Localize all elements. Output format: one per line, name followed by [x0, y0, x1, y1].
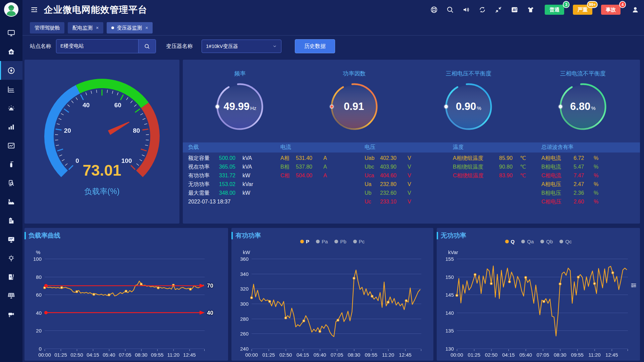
row-unit: kW — [243, 189, 253, 197]
theme-icon[interactable] — [527, 6, 535, 14]
transformer-name-label: 变压器名称 — [166, 43, 193, 50]
solar-panel-icon — [7, 292, 15, 300]
tab-配电监测[interactable]: 配电监测× — [68, 22, 103, 34]
table-group-3: A相绕组温度85.90℃B相绕组温度90.80℃C相绕组温度83.90℃ — [453, 154, 526, 180]
alarm-badges: 普通3严重99+事故4 — [545, 5, 621, 15]
row-value: 504.00 — [296, 171, 323, 180]
sidebar-item-energy[interactable] — [0, 61, 22, 80]
volume-icon[interactable] — [462, 6, 470, 14]
load-rate-gauge-panel — [24, 60, 179, 224]
factory-icon — [7, 198, 15, 206]
history-data-button[interactable]: 历史数据 — [295, 39, 335, 53]
ring-title: 三相电压不平衡度 — [446, 70, 491, 77]
legend-item-P[interactable]: P — [300, 239, 309, 244]
row-unit: A — [323, 163, 327, 171]
alarm-count-bubble: 4 — [619, 1, 626, 8]
energy-icon — [7, 66, 15, 75]
translate-icon[interactable]: A — [511, 6, 519, 14]
tab-close-icon[interactable]: × — [145, 25, 148, 31]
legend-dot — [559, 240, 563, 243]
row-label: B相电流 — [541, 163, 574, 171]
alarm-badge-2[interactable]: 事故4 — [601, 5, 621, 15]
sidebar-item-camera[interactable] — [0, 305, 22, 324]
row-unit: V — [408, 197, 411, 206]
ring-gauge-3: 三相电流不平衡度6.80% — [526, 70, 640, 141]
legend-item-Q[interactable]: Q — [505, 239, 515, 244]
legend-dot — [316, 240, 320, 243]
alarm-badge-1[interactable]: 严重99+ — [573, 5, 592, 15]
sidebar-item-extinguisher[interactable] — [0, 155, 22, 174]
user-icon[interactable] — [631, 6, 639, 14]
table-row: B相绕组温度90.80℃ — [453, 163, 526, 171]
active-tab-dot — [111, 26, 114, 29]
sidebar-item-building[interactable] — [0, 211, 22, 230]
transformer-select[interactable]: 1#10kV变压器 — [202, 40, 281, 53]
search-icon[interactable] — [446, 6, 454, 14]
row-unit: ℃ — [520, 154, 526, 163]
sidebar-item-factory[interactable] — [0, 192, 22, 211]
datazoom-toolbox-icon[interactable] — [630, 282, 637, 289]
table-row: 2022-07-13 18:37 — [188, 197, 253, 206]
compress-icon[interactable] — [494, 6, 502, 14]
row-label: B相绕组温度 — [453, 163, 499, 171]
legend-dot — [521, 240, 525, 243]
sidebar-item-solar-panel[interactable] — [0, 286, 22, 305]
row-label: 最大需量 — [188, 189, 219, 197]
table-row: C相504.00A — [280, 171, 327, 180]
page-title: 企业微电网能效管理平台 — [44, 4, 147, 16]
row-value: 83.90 — [499, 171, 520, 180]
table-row: Ub232.60V — [365, 189, 411, 197]
row-value: 232.60 — [380, 189, 408, 197]
row-label: Ua — [365, 180, 380, 189]
legend-item-Pa[interactable]: Pa — [316, 239, 328, 244]
realtime-metrics-panel: 频率49.99Hz功率因数0.91三相电压不平衡度0.90%三相电流不平衡度6.… — [183, 60, 640, 224]
row-value: 531.40 — [296, 154, 323, 163]
sidebar-item-alarm[interactable] — [0, 99, 22, 117]
legend-item-Pb[interactable]: Pb — [334, 239, 346, 244]
sidebar-item-ev-charger[interactable] — [0, 267, 22, 286]
sidebar-item-inspection[interactable] — [0, 174, 22, 192]
sidebar-item-monitor-chart[interactable] — [0, 230, 22, 249]
sidebar-item-monitor[interactable] — [0, 23, 22, 42]
legend-item-Qc[interactable]: Qc — [559, 239, 572, 244]
row-unit: A — [323, 154, 327, 163]
site-name-input[interactable] — [56, 40, 138, 52]
row-value: 85.90 — [499, 154, 520, 163]
header: 企业微电网能效管理平台 A — [22, 0, 644, 19]
alarm-badge-0[interactable]: 普通3 — [545, 5, 564, 15]
metrics-table: 额定容量500.00kVA视在功率365.05kVA有功功率331.72kW无功… — [183, 154, 640, 224]
reactive-power-chart — [439, 244, 638, 359]
refresh-icon[interactable] — [478, 6, 486, 14]
row-value: 403.90 — [380, 163, 408, 171]
avatar[interactable] — [4, 2, 19, 17]
legend-item-Qb[interactable]: Qb — [540, 239, 553, 244]
row-value: 7.47 — [574, 171, 594, 180]
tab-close-icon[interactable]: × — [96, 25, 99, 31]
svg-text:A: A — [513, 8, 516, 12]
tab-变压器监测[interactable]: 变压器监测× — [107, 22, 153, 34]
row-value: 232.80 — [380, 180, 408, 189]
table-row: B相电压2.36% — [541, 189, 598, 197]
menu-fold-icon[interactable] — [30, 5, 39, 14]
row-label: 视在功率 — [188, 163, 219, 171]
help-icon[interactable] — [430, 6, 438, 14]
legend-item-Pc[interactable]: Pc — [353, 239, 365, 244]
title-accent-bar — [437, 232, 438, 239]
site-search-button[interactable] — [138, 40, 156, 53]
alarm-count-bubble: 3 — [563, 1, 570, 8]
table-group-header: 总谐波含有率 — [541, 144, 574, 151]
sidebar-item-trend-chart[interactable] — [0, 136, 22, 155]
sidebar-item-wave-chart[interactable] — [0, 80, 22, 99]
table-group-1: A相531.40AB相537.80AC相504.00A — [280, 154, 327, 180]
table-row: Uc233.10V — [365, 197, 411, 206]
table-row: 有功功率331.72kW — [188, 171, 253, 180]
table-row: 无功功率153.02kVar — [188, 180, 253, 189]
row-unit: % — [594, 163, 598, 171]
row-unit: ℃ — [520, 171, 526, 180]
tab-管理驾驶舱[interactable]: 管理驾驶舱 — [30, 22, 64, 34]
sidebar-item-home[interactable] — [0, 42, 22, 61]
sidebar-item-bar-chart[interactable] — [0, 117, 22, 136]
table-row: A相电流6.72% — [541, 154, 598, 163]
legend-item-Qa[interactable]: Qa — [521, 239, 534, 244]
sidebar-item-bulb[interactable] — [0, 249, 22, 267]
